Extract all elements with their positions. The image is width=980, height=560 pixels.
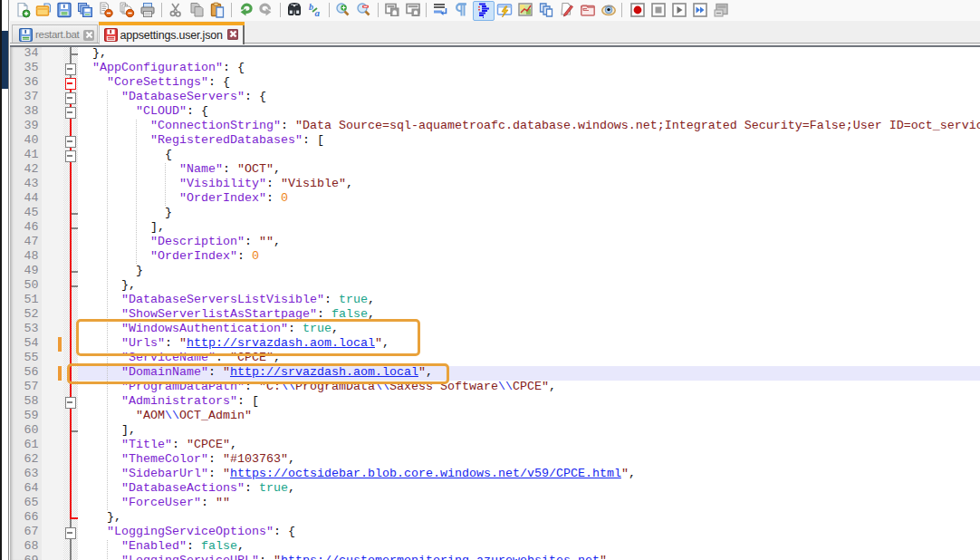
- svg-text:b: b: [309, 2, 313, 12]
